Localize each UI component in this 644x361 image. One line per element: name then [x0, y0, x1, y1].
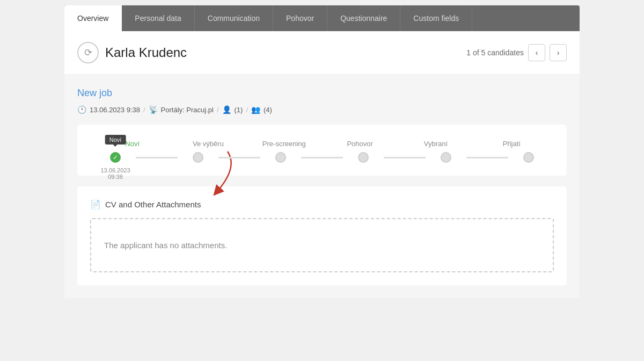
avatar-icon: ⟳: [84, 47, 92, 59]
attachments-empty-message: The applicant has no attachments.: [104, 241, 227, 250]
meta-date: 13.06.2023 9:38: [90, 106, 140, 114]
stage-line-4: [384, 157, 426, 158]
nav-count-text: 1 of 5 candidates: [466, 48, 524, 57]
candidate-header: ⟳ Karla Krudenc 1 of 5 candidates ‹ ›: [64, 31, 580, 75]
stage-dot-novi: ✓: [110, 152, 121, 163]
attachments-card: 📄 CV and Other Attachments The applicant…: [77, 186, 567, 285]
stage-node-prijati[interactable]: [508, 152, 550, 163]
meta-applicants: (1): [235, 106, 243, 114]
stage-label-prijati: Přijatí: [474, 140, 550, 148]
avatar: ⟳: [77, 42, 99, 63]
stage-dot-ve-vyberu: [193, 152, 203, 163]
attachments-dropzone[interactable]: The applicant has no attachments.: [90, 218, 554, 272]
stage-node-pohovor[interactable]: [342, 152, 384, 163]
sep2: /: [217, 106, 219, 114]
stage-dot-pre-screening: [275, 152, 286, 163]
pipeline-track: Noví ✓ 13.06.2023 09:38: [94, 152, 550, 163]
tab-pohovor[interactable]: Pohovor: [273, 5, 327, 31]
meta-portal: Portály: Pracuj.pl: [161, 106, 214, 114]
tab-custom-fields[interactable]: Custom fields: [400, 5, 472, 31]
stage-line-5: [466, 157, 508, 158]
clock-icon: 🕐: [77, 105, 86, 114]
stage-label-pre-screening: Pre-screening: [246, 140, 322, 148]
portal-icon: 📡: [149, 105, 158, 114]
tabs-bar: Overview Personal data Communication Poh…: [64, 5, 580, 31]
meta-group: (4): [264, 106, 272, 114]
group-icon: 👥: [251, 105, 260, 114]
attachments-title: 📄 CV and Other Attachments: [90, 199, 554, 210]
meta-row: 🕐 13.06.2023 9:38 / 📡 Portály: Pracuj.pl…: [77, 105, 567, 114]
stage-dot-pohovor: [358, 152, 369, 163]
stage-label-vybrani: Vybraní: [398, 140, 473, 148]
candidate-nav: 1 of 5 candidates ‹ ›: [466, 44, 567, 61]
stage-node-novi[interactable]: Noví ✓ 13.06.2023 09:38: [94, 152, 136, 163]
person-icon: 👤: [222, 105, 231, 114]
stage-node-pre-screening[interactable]: [260, 152, 302, 163]
job-title: New job: [77, 88, 567, 99]
candidate-info: ⟳ Karla Krudenc: [77, 42, 187, 63]
attachment-icon: 📄: [90, 199, 101, 210]
stage-tooltip-novi: Noví: [105, 135, 126, 145]
next-candidate-button[interactable]: ›: [550, 44, 567, 61]
stage-date-novi: 13.06.2023 09:38: [100, 167, 130, 180]
stage-line-1: [136, 157, 178, 158]
stage-dot-vybrani: [441, 152, 451, 163]
content-area: New job 🕐 13.06.2023 9:38 / 📡 Portály: P…: [64, 75, 580, 298]
stage-dot-prijati: [523, 152, 534, 163]
candidate-name: Karla Krudenc: [105, 45, 187, 60]
sep1: /: [143, 106, 145, 114]
sep3: /: [246, 106, 248, 114]
tab-questionnaire[interactable]: Questionnaire: [327, 5, 400, 31]
tab-overview[interactable]: Overview: [64, 5, 122, 31]
stage-line-3: [301, 157, 343, 158]
pipeline-stages: Noví Ve výběru Pre-screening Pohovor Vyb…: [94, 140, 550, 148]
stage-line-2: [218, 157, 260, 158]
stage-label-pohovor: Pohovor: [322, 140, 398, 148]
stage-node-vybrani[interactable]: [425, 152, 467, 163]
pipeline-card: Noví Ve výběru Pre-screening Pohovor Vyb…: [77, 125, 567, 176]
prev-candidate-button[interactable]: ‹: [528, 44, 545, 61]
stage-node-ve-vyberu[interactable]: [177, 152, 219, 163]
stage-label-ve-vyberu: Ve výběru: [170, 140, 246, 148]
tab-personal-data[interactable]: Personal data: [122, 5, 194, 31]
tab-communication[interactable]: Communication: [195, 5, 273, 31]
